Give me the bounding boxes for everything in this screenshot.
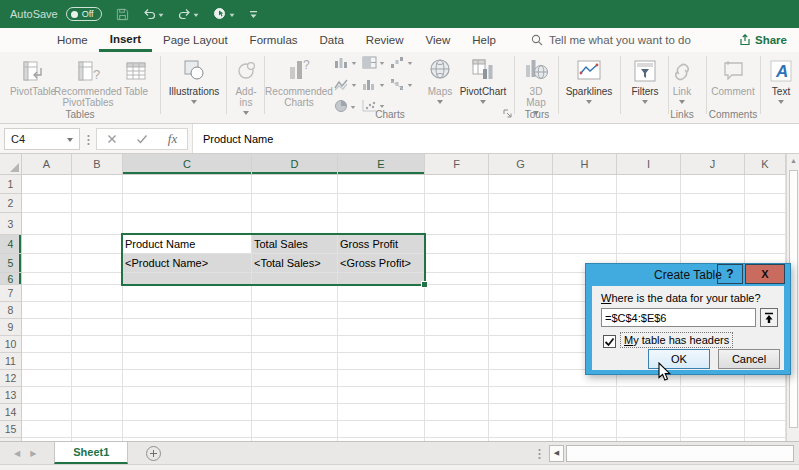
- cell-I1[interactable]: [617, 175, 681, 194]
- cell-E1[interactable]: [338, 175, 425, 194]
- pivotchart-button[interactable]: PivotChart: [456, 55, 510, 105]
- cell-A8[interactable]: [22, 302, 72, 319]
- cell-C10[interactable]: [123, 336, 252, 353]
- column-header-D[interactable]: D: [252, 154, 338, 174]
- cell-B14[interactable]: [72, 404, 123, 421]
- tab-home[interactable]: Home: [46, 28, 99, 52]
- tab-insert[interactable]: Insert: [99, 28, 152, 52]
- cell-G2[interactable]: [489, 194, 553, 213]
- cell-F12[interactable]: [425, 370, 489, 387]
- cell-I13[interactable]: [617, 387, 681, 404]
- insert-function-button[interactable]: fx: [168, 131, 177, 147]
- sheet-nav-right-icon[interactable]: ▶: [30, 449, 36, 458]
- cell-C8[interactable]: [123, 302, 252, 319]
- column-header-A[interactable]: A: [22, 154, 72, 174]
- cell-B1[interactable]: [72, 175, 123, 194]
- cell-F9[interactable]: [425, 319, 489, 336]
- sheet-nav-left-icon[interactable]: ◀: [14, 449, 20, 458]
- cancel-button[interactable]: Cancel: [718, 349, 780, 369]
- cell-J1[interactable]: [681, 175, 745, 194]
- tab-data[interactable]: Data: [309, 28, 355, 52]
- cell-G13[interactable]: [489, 387, 553, 404]
- cell-K3[interactable]: [745, 213, 786, 235]
- cell-B10[interactable]: [72, 336, 123, 353]
- cell-F2[interactable]: [425, 194, 489, 213]
- insert-column-chart-button[interactable]: [334, 56, 357, 69]
- row-header-2[interactable]: 2: [0, 194, 21, 213]
- insert-combo-chart-button[interactable]: [390, 78, 413, 91]
- cell-I2[interactable]: [617, 194, 681, 213]
- cell-D11[interactable]: [252, 353, 338, 370]
- cell-A4[interactable]: [22, 235, 72, 254]
- cell-D3[interactable]: [252, 213, 338, 235]
- cell-A3[interactable]: [22, 213, 72, 235]
- row-header-9[interactable]: 9: [0, 319, 21, 336]
- filters-button[interactable]: Filters: [624, 55, 666, 105]
- cell-D1[interactable]: [252, 175, 338, 194]
- cell-K14[interactable]: [745, 404, 786, 421]
- cell-F7[interactable]: [425, 285, 489, 302]
- name-box[interactable]: C4: [4, 128, 80, 150]
- cell-H15[interactable]: [553, 421, 617, 438]
- cell-G3[interactable]: [489, 213, 553, 235]
- column-header-B[interactable]: B: [72, 154, 123, 174]
- column-header-H[interactable]: H: [553, 154, 617, 174]
- row-header-11[interactable]: 11: [0, 353, 21, 370]
- autosave-toggle[interactable]: Off: [66, 7, 102, 21]
- cell-C13[interactable]: [123, 387, 252, 404]
- cell-E14[interactable]: [338, 404, 425, 421]
- cell-J13[interactable]: [681, 387, 745, 404]
- cell-H1[interactable]: [553, 175, 617, 194]
- cell-D12[interactable]: [252, 370, 338, 387]
- cell-H3[interactable]: [553, 213, 617, 235]
- cell-G5[interactable]: [489, 254, 553, 273]
- cell-A15[interactable]: [22, 421, 72, 438]
- cell-C4[interactable]: Product Name: [123, 235, 252, 254]
- cell-A2[interactable]: [22, 194, 72, 213]
- cell-G11[interactable]: [489, 353, 553, 370]
- cell-A12[interactable]: [22, 370, 72, 387]
- cell-A13[interactable]: [22, 387, 72, 404]
- cell-G10[interactable]: [489, 336, 553, 353]
- cell-F10[interactable]: [425, 336, 489, 353]
- touch-mouse-mode-button[interactable]: [213, 7, 235, 21]
- cell-C12[interactable]: [123, 370, 252, 387]
- cell-B6[interactable]: [72, 273, 123, 285]
- cell-E5[interactable]: <Gross Profit>: [338, 254, 425, 273]
- cell-E6[interactable]: [338, 273, 425, 285]
- cell-F1[interactable]: [425, 175, 489, 194]
- sparklines-button[interactable]: Sparklines: [562, 55, 616, 105]
- cell-E3[interactable]: [338, 213, 425, 235]
- cell-F8[interactable]: [425, 302, 489, 319]
- cell-B12[interactable]: [72, 370, 123, 387]
- row-header-10[interactable]: 10: [0, 336, 21, 353]
- cell-D8[interactable]: [252, 302, 338, 319]
- cell-K2[interactable]: [745, 194, 786, 213]
- cell-G14[interactable]: [489, 404, 553, 421]
- enter-entry-button[interactable]: [136, 134, 148, 144]
- cell-G4[interactable]: [489, 235, 553, 254]
- cell-I3[interactable]: [617, 213, 681, 235]
- row-header-12[interactable]: 12: [0, 370, 21, 387]
- save-button[interactable]: [116, 8, 129, 21]
- my-table-has-headers-label[interactable]: My table has headers: [620, 332, 733, 348]
- cell-F5[interactable]: [425, 254, 489, 273]
- column-header-I[interactable]: I: [617, 154, 681, 174]
- column-header-J[interactable]: J: [681, 154, 745, 174]
- row-header-14[interactable]: 14: [0, 404, 21, 421]
- cell-E7[interactable]: [338, 285, 425, 302]
- cell-D15[interactable]: [252, 421, 338, 438]
- cell-K15[interactable]: [745, 421, 786, 438]
- cell-B8[interactable]: [72, 302, 123, 319]
- cell-J2[interactable]: [681, 194, 745, 213]
- row-header-13[interactable]: 13: [0, 387, 21, 404]
- text-button[interactable]: A Text: [764, 55, 798, 105]
- cell-G8[interactable]: [489, 302, 553, 319]
- tab-view[interactable]: View: [415, 28, 462, 52]
- cell-A5[interactable]: [22, 254, 72, 273]
- row-header-7[interactable]: 7: [0, 285, 21, 302]
- cell-A1[interactable]: [22, 175, 72, 194]
- cell-J15[interactable]: [681, 421, 745, 438]
- maps-button[interactable]: Maps: [422, 55, 458, 105]
- cell-A11[interactable]: [22, 353, 72, 370]
